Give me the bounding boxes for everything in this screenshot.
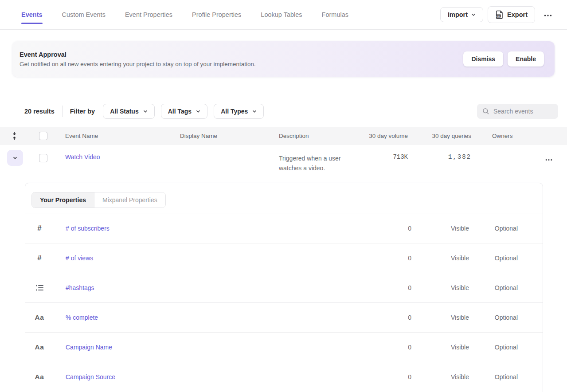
svg-text:csv: csv	[497, 15, 501, 17]
property-row: Aa Campaign Name 0 Visible Optional	[25, 332, 543, 362]
list-type-icon	[36, 285, 43, 291]
property-visibility: Visible	[411, 225, 469, 232]
property-requirement: Optional	[469, 344, 518, 351]
tab-event-properties[interactable]: Event Properties	[125, 0, 172, 29]
collapse-all-icon[interactable]	[11, 132, 18, 140]
dismiss-button[interactable]: Dismiss	[463, 51, 503, 67]
nav-tabs: Events Custom Events Event Properties Pr…	[21, 0, 348, 29]
property-requirement: Optional	[469, 255, 518, 262]
banner-text: Event Approval Get notified on all new e…	[20, 51, 256, 67]
property-name-link[interactable]: #hashtags	[66, 284, 94, 291]
results-count: 20 results	[24, 108, 55, 115]
search-events-box[interactable]	[477, 104, 558, 119]
property-requirement: Optional	[469, 314, 518, 321]
column-30-day-queries[interactable]: 30 day queries	[408, 133, 471, 139]
csv-file-icon: csv	[495, 10, 504, 19]
property-value: 0	[358, 314, 411, 321]
property-name-link[interactable]: Campaign Source	[66, 373, 115, 380]
status-filter-label: All Status	[110, 108, 139, 115]
column-owners[interactable]: Owners	[471, 133, 545, 139]
export-button[interactable]: csv Export	[488, 6, 535, 23]
column-display-name[interactable]: Display Name	[180, 133, 279, 139]
property-visibility: Visible	[411, 373, 469, 380]
property-requirement: Optional	[469, 225, 518, 232]
table-row: Watch Video Triggered when a user watche…	[0, 145, 567, 178]
enable-button[interactable]: Enable	[508, 51, 544, 67]
more-options-icon	[544, 14, 552, 17]
property-requirement: Optional	[469, 284, 518, 291]
tab-lookup-tables[interactable]: Lookup Tables	[261, 0, 302, 29]
chevron-down-icon	[196, 109, 200, 114]
top-nav: Events Custom Events Event Properties Pr…	[0, 0, 567, 30]
tags-filter-dropdown[interactable]: All Tags	[161, 104, 207, 119]
property-name-link[interactable]: # of views	[66, 255, 93, 262]
column-30-day-volume[interactable]: 30 day volume	[364, 133, 408, 139]
import-button-label: Import	[448, 11, 468, 18]
event-name-link[interactable]: Watch Video	[65, 153, 100, 161]
event-display-name	[180, 145, 279, 153]
nav-actions: Import csv Export	[440, 6, 556, 23]
number-type-icon: #	[25, 224, 54, 233]
property-row: Aa % complete 0 Visible Optional	[25, 302, 543, 332]
select-all-checkbox[interactable]	[39, 132, 47, 140]
chevron-down-icon	[13, 156, 17, 160]
property-value: 0	[358, 344, 411, 351]
property-value: 0	[358, 373, 411, 380]
more-options-icon	[545, 159, 552, 161]
collapse-row-button[interactable]	[7, 150, 23, 166]
chevron-down-icon	[252, 109, 257, 114]
properties-tab-switch: Your Properties Mixpanel Properties	[31, 192, 166, 208]
more-options-button[interactable]	[540, 9, 556, 21]
property-name-link[interactable]: % complete	[66, 314, 98, 321]
text-type-icon: Aa	[25, 373, 54, 381]
event-30-day-queries: 1,382	[408, 145, 471, 161]
property-row: # # of subscribers 0 Visible Optional	[25, 213, 543, 243]
property-row: Aa Campaign Source 0 Visible Optional	[25, 362, 543, 392]
tab-profile-properties[interactable]: Profile Properties	[192, 0, 241, 29]
filter-bar: 20 results Filter by All Status All Tags…	[24, 103, 558, 119]
properties-tabs-row: Your Properties Mixpanel Properties	[25, 183, 543, 213]
tags-filter-label: All Tags	[168, 108, 192, 115]
property-row: # # of views 0 Visible Optional	[25, 243, 543, 273]
event-owners	[471, 145, 545, 153]
text-type-icon: Aa	[25, 343, 54, 351]
status-filter-dropdown[interactable]: All Status	[103, 104, 155, 119]
property-requirement: Optional	[469, 373, 518, 380]
event-approval-banner: Event Approval Get notified on all new e…	[12, 41, 555, 77]
property-visibility: Visible	[411, 344, 469, 351]
property-value: 0	[358, 284, 411, 291]
property-row: #hashtags 0 Visible Optional	[25, 273, 543, 302]
column-event-name[interactable]: Event Name	[58, 133, 180, 139]
properties-panel: Your Properties Mixpanel Properties # # …	[25, 183, 543, 392]
property-value: 0	[358, 255, 411, 262]
export-button-label: Export	[507, 11, 528, 18]
tab-events[interactable]: Events	[21, 0, 43, 29]
row-more-options-button[interactable]	[545, 156, 552, 162]
banner-section: Event Approval Get notified on all new e…	[0, 30, 567, 77]
banner-title: Event Approval	[20, 51, 256, 58]
chevron-down-icon	[471, 12, 476, 17]
events-table-header: Event Name Display Name Description 30 d…	[0, 127, 567, 145]
row-checkbox[interactable]	[39, 154, 47, 162]
tab-your-properties[interactable]: Your Properties	[32, 192, 94, 208]
types-filter-dropdown[interactable]: All Types	[214, 104, 264, 119]
property-visibility: Visible	[411, 284, 469, 291]
property-name-link[interactable]: # of subscribers	[66, 225, 109, 232]
number-type-icon: #	[25, 254, 54, 263]
types-filter-label: All Types	[221, 108, 248, 115]
search-input[interactable]	[493, 108, 551, 115]
search-icon	[482, 108, 489, 115]
import-button[interactable]: Import	[440, 7, 483, 22]
column-description[interactable]: Description	[279, 133, 364, 139]
event-description: Triggered when a user watches a video.	[279, 145, 364, 173]
filter-by-label: Filter by	[70, 108, 95, 115]
event-30-day-volume: 713K	[364, 145, 408, 161]
tab-mixpanel-properties[interactable]: Mixpanel Properties	[94, 192, 165, 208]
property-visibility: Visible	[411, 314, 469, 321]
banner-description: Get notified on all new events entering …	[20, 61, 256, 67]
property-name-link[interactable]: Campaign Name	[66, 344, 112, 351]
property-value: 0	[358, 225, 411, 232]
tab-custom-events[interactable]: Custom Events	[62, 0, 106, 29]
banner-actions: Dismiss Enable	[463, 51, 544, 67]
tab-formulas[interactable]: Formulas	[322, 0, 348, 29]
